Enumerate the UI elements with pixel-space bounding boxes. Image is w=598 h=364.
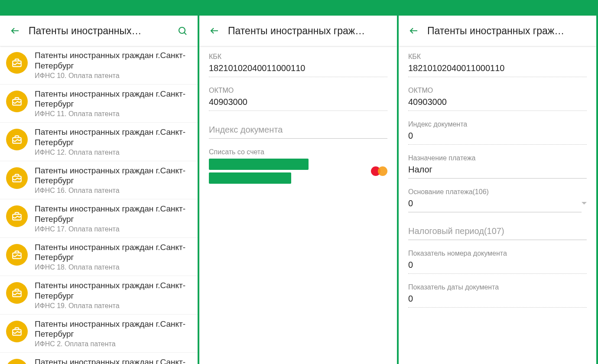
page-title: Патенты иностранных граж… [224, 25, 391, 37]
list-item-secondary: ИФНС 19. Оплата патента [35, 302, 192, 310]
briefcase-icon [6, 52, 28, 74]
svg-point-0 [179, 27, 185, 33]
briefcase-icon [6, 359, 28, 364]
list-item[interactable]: Патенты иностранных граждан г.Санкт-Пете… [0, 123, 198, 161]
kbk-field[interactable]: КБК 18210102040011000110 [408, 53, 587, 77]
field-label: Показатель даты документа [408, 283, 587, 291]
field-value: Налог [408, 165, 587, 179]
form-content: КБК 18210102040011000110 ОКТМО 40903000 … [399, 46, 596, 364]
search-button[interactable] [173, 22, 192, 40]
card-masked-line-1 [209, 159, 309, 170]
page-title: Патенты иностранных граж… [423, 25, 590, 37]
list-item-secondary: ИФНС 10. Оплата патента [35, 72, 192, 80]
field-value: 0 [408, 198, 582, 212]
oktmo-field[interactable]: ОКТМО 40903000 [209, 87, 387, 111]
list-item-primary: Патенты иностранных граждан г.Санкт-Пете… [35, 319, 192, 340]
field-placeholder: Налоговый период(107) [408, 226, 587, 240]
list-item[interactable]: Патенты иностранных граждан г.Санкт-Пете… [0, 46, 198, 84]
page-title: Патенты иностранных… [24, 25, 173, 37]
field-placeholder: Индекс документа [209, 125, 387, 139]
field-label: Индекс документа [408, 120, 587, 128]
briefcase-icon [6, 91, 28, 112]
app-bar: Патенты иностранных граж… [399, 16, 596, 46]
basis-field[interactable]: Основание платежа(106) 0 [408, 188, 587, 212]
field-label: Списать со счета [209, 148, 387, 156]
app-bar: Патенты иностранных граж… [199, 16, 397, 46]
field-value: 40903000 [408, 97, 587, 111]
mastercard-icon [371, 166, 387, 176]
doc-index-field[interactable]: Индекс документа [209, 125, 387, 139]
card-masked-line-2 [209, 172, 291, 184]
app-bar: Патенты иностранных… [0, 16, 198, 46]
list-item-primary: Патенты иностранных граждан г.Санкт-Пете… [35, 50, 192, 71]
list-item-primary: Патенты иностранных граждан г.Санкт-Пете… [35, 280, 192, 301]
search-icon [177, 26, 188, 36]
list-item[interactable]: Патенты иностранных граждан г.Санкт-Пете… [0, 315, 198, 353]
field-value: 0 [408, 294, 587, 308]
back-button[interactable] [6, 22, 24, 40]
back-button[interactable] [405, 22, 423, 40]
list-item-secondary: ИФНС 12. Оплата патента [35, 149, 192, 156]
list-item-primary: Патенты иностранных граждан г.Санкт-Пете… [35, 357, 192, 364]
services-list[interactable]: Патенты иностранных граждан г.Санкт-Пете… [0, 46, 198, 364]
list-item-secondary: ИФНС 17. Оплата патента [35, 225, 192, 233]
list-item-secondary: ИФНС 2. Оплата патента [35, 340, 192, 348]
list-item-secondary: ИФНС 16. Оплата патента [35, 187, 192, 195]
tax-period-field[interactable]: Налоговый период(107) [408, 226, 587, 240]
chevron-down-icon [582, 202, 587, 205]
arrow-left-icon [10, 26, 20, 36]
field-value: 40903000 [209, 97, 387, 111]
screen-form-1: Патенты иностранных граж… КБК 1821010204… [199, 0, 399, 364]
status-bar [199, 0, 397, 16]
doc-index-field[interactable]: Индекс документа 0 [408, 120, 587, 145]
list-item-primary: Патенты иностранных граждан г.Санкт-Пете… [35, 127, 192, 148]
field-label: ОКТМО [209, 87, 387, 94]
list-item[interactable]: Патенты иностранных граждан г.Санкт-Пете… [0, 199, 198, 238]
list-item[interactable]: Патенты иностранных граждан г.Санкт-Пете… [0, 353, 198, 364]
field-value: 18210102040011000110 [408, 63, 587, 77]
list-item-primary: Патенты иностранных граждан г.Санкт-Пете… [35, 89, 192, 110]
list-item-secondary: ИФНС 18. Оплата патента [35, 263, 192, 271]
form-content: КБК 18210102040011000110 ОКТМО 40903000 … [199, 46, 397, 364]
account-field[interactable]: Списать со счета [209, 148, 387, 184]
kbk-field[interactable]: КБК 18210102040011000110 [209, 53, 387, 77]
field-value: 18210102040011000110 [209, 63, 387, 77]
status-bar [399, 0, 596, 16]
field-label: Показатель номера документа [408, 250, 587, 257]
arrow-left-icon [409, 26, 419, 36]
screen-form-2: Патенты иностранных граж… КБК 1821010204… [399, 0, 598, 364]
briefcase-icon [6, 129, 28, 150]
oktmo-field[interactable]: ОКТМО 40903000 [408, 87, 587, 111]
purpose-field[interactable]: Назначение платежа Налог [408, 154, 587, 179]
field-label: КБК [408, 53, 587, 61]
back-button[interactable] [205, 22, 224, 40]
briefcase-icon [6, 244, 28, 266]
field-label: КБК [209, 53, 387, 61]
list-item[interactable]: Патенты иностранных граждан г.Санкт-Пете… [0, 238, 198, 276]
field-value: 0 [408, 131, 587, 145]
list-item-primary: Патенты иностранных граждан г.Санкт-Пете… [35, 204, 192, 224]
doc-number-field[interactable]: Показатель номера документа 0 [408, 250, 587, 274]
briefcase-icon [6, 205, 28, 227]
list-item-primary: Патенты иностранных граждан г.Санкт-Пете… [35, 242, 192, 263]
doc-date-field[interactable]: Показатель даты документа 0 [408, 283, 587, 308]
field-label: ОКТМО [408, 87, 587, 94]
screen-list: Патенты иностранных… Патенты иностранных… [0, 0, 199, 364]
field-value: 0 [408, 260, 587, 274]
list-item-secondary: ИФНС 11. Оплата патента [35, 110, 192, 118]
field-label: Основание платежа(106) [408, 188, 587, 196]
list-item[interactable]: Патенты иностранных граждан г.Санкт-Пете… [0, 84, 198, 123]
briefcase-icon [6, 282, 28, 304]
briefcase-icon [6, 321, 28, 342]
list-item-primary: Патенты иностранных граждан г.Санкт-Пете… [35, 166, 192, 186]
briefcase-icon [6, 167, 28, 189]
arrow-left-icon [209, 26, 220, 36]
list-item[interactable]: Патенты иностранных граждан г.Санкт-Пете… [0, 276, 198, 315]
field-label: Назначение платежа [408, 154, 587, 162]
list-item[interactable]: Патенты иностранных граждан г.Санкт-Пете… [0, 161, 198, 200]
status-bar [0, 0, 198, 16]
